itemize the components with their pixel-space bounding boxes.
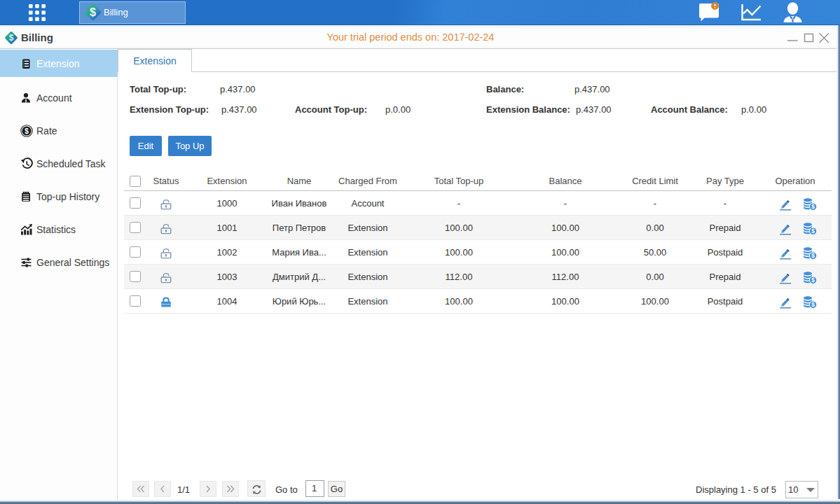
svg-text:$: $ xyxy=(90,6,96,18)
svg-text:$: $ xyxy=(811,227,815,234)
svg-text:$: $ xyxy=(25,127,29,134)
svg-text:$: $ xyxy=(811,276,815,284)
svg-text:$: $ xyxy=(811,301,815,308)
svg-text:$: $ xyxy=(811,203,815,210)
svg-text:$: $ xyxy=(811,252,815,259)
